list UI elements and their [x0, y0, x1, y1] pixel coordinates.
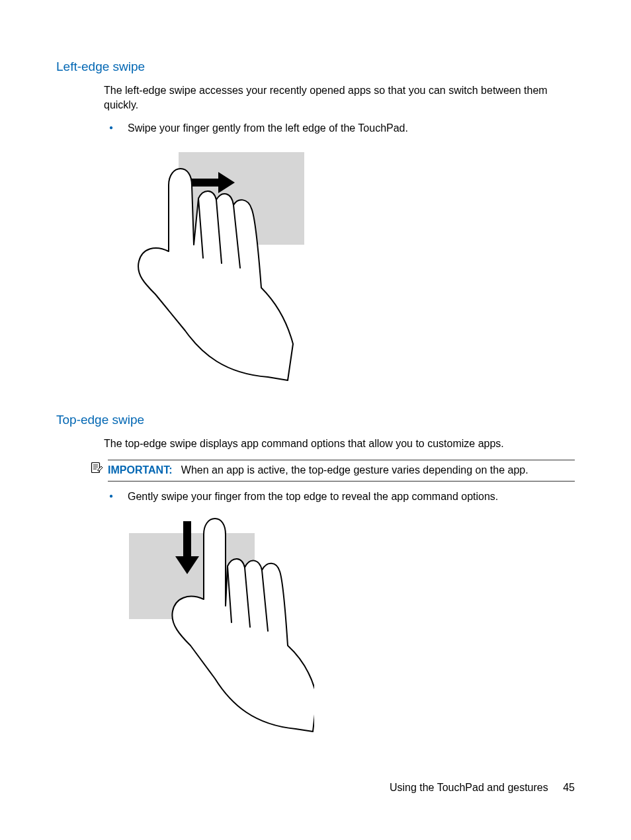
note-icon	[91, 462, 103, 474]
intro-text-top-edge: The top-edge swipe displays app command …	[56, 437, 575, 451]
document-page: Left-edge swipe The left-edge swipe acce…	[0, 0, 631, 807]
footer-section-title: Using the TouchPad and gestures	[390, 782, 548, 793]
bullet-list-top-edge: Gently swipe your finger from the top ed…	[56, 489, 575, 504]
svg-rect-5	[183, 521, 191, 558]
important-note: IMPORTANT: When an app is active, the to…	[91, 460, 575, 482]
important-label: IMPORTANT:	[108, 464, 172, 476]
left-edge-swipe-illustration	[122, 146, 575, 386]
important-note-content: IMPORTANT: When an app is active, the to…	[108, 460, 575, 482]
bullet-item: Swipe your finger gently from the left e…	[104, 121, 575, 136]
important-text: When an app is active, the top-edge gest…	[181, 464, 528, 476]
page-footer: Using the TouchPad and gestures 45	[390, 782, 575, 794]
top-edge-swipe-illustration	[122, 513, 575, 741]
bullet-item: Gently swipe your finger from the top ed…	[104, 489, 575, 504]
heading-top-edge-swipe: Top-edge swipe	[56, 413, 575, 427]
bullet-list-left-edge: Swipe your finger gently from the left e…	[56, 121, 575, 136]
heading-left-edge-swipe: Left-edge swipe	[56, 60, 575, 74]
intro-text-left-edge: The left-edge swipe accesses your recent…	[56, 83, 575, 112]
footer-page-number: 45	[563, 782, 575, 793]
